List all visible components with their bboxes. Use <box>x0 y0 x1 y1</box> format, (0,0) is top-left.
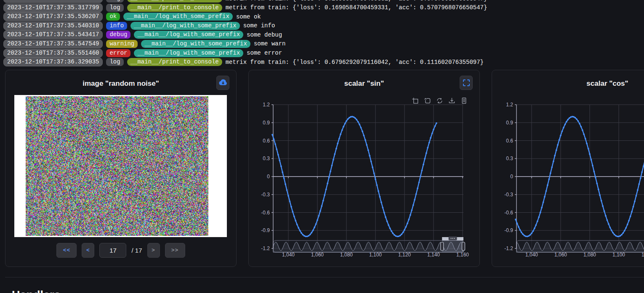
log-prefix-pill: __main__/log_with_some_prefix <box>141 40 250 48</box>
log-prefix-pill: __main__/print_to_console <box>127 4 222 12</box>
log-message: some warn <box>254 40 286 47</box>
log-prefix-pill: __main__/log_with_some_prefix <box>130 22 240 30</box>
log-timestamp: 2023-12-10T17:37:35.317799 <box>3 0 103 3</box>
svg-text:1,080: 1,080 <box>583 252 596 258</box>
log-row: 2023-12-10T17:37:35.317799log__main__/pr… <box>3 0 644 3</box>
log-message: some ok <box>236 13 261 20</box>
svg-text:1,100: 1,100 <box>612 252 625 258</box>
next-page-button[interactable]: > <box>147 243 160 258</box>
svg-text:1,120: 1,120 <box>641 252 644 258</box>
svg-text:-1.2: -1.2 <box>504 245 513 251</box>
svg-text:1,060: 1,060 <box>554 252 567 258</box>
image-card-title: image "random noise" <box>5 79 236 88</box>
svg-text:-0.6: -0.6 <box>261 210 270 216</box>
svg-text:1,140: 1,140 <box>427 252 440 258</box>
svg-text:-0.3: -0.3 <box>261 192 270 198</box>
log-level-badge: info <box>106 22 127 30</box>
sin-chart-title: scalar "sin" <box>249 79 479 88</box>
scalar-sin-card: 1.20.90.60.30-0.3-0.6-0.9-1.21,0401,0601… <box>248 70 480 267</box>
svg-text:-0.9: -0.9 <box>261 227 270 233</box>
image-pagination: << < / 17 > >> <box>5 243 236 258</box>
log-row: 2023-12-10T17:37:36.329035log__main__/pr… <box>3 58 644 66</box>
scalar-cos-card: 1.20.90.60.30-0.3-0.6-0.9-1.21,0401,0601… <box>492 70 644 267</box>
save-image-icon[interactable] <box>448 97 455 104</box>
page-total-label: / 17 <box>131 247 142 254</box>
log-row: 2023-12-10T17:37:35.317799log__main__/pr… <box>3 4 644 12</box>
svg-text:1,120: 1,120 <box>398 252 411 258</box>
svg-text:0.3: 0.3 <box>263 156 270 161</box>
log-level-badge: warning <box>106 40 138 48</box>
svg-text:1,040: 1,040 <box>525 252 538 258</box>
log-level-badge: error <box>106 49 130 57</box>
data-view-icon[interactable] <box>460 97 468 104</box>
section-divider <box>5 277 644 277</box>
log-message: metrix from train: {'loss': 0.1690584700… <box>226 4 487 11</box>
log-row: 2023-12-10T17:37:35.543417debug__main__/… <box>3 31 644 39</box>
svg-text:0.3: 0.3 <box>506 156 513 161</box>
log-console: 2023-12-10T17:37:35.317799log__main__/pr… <box>0 0 644 67</box>
log-message: metrix from train: {'loss': 0.1690584700… <box>226 0 487 2</box>
log-timestamp: 2023-12-10T17:37:35.317799 <box>3 3 103 12</box>
log-row: 2023-12-10T17:37:35.540310info__main__/l… <box>3 22 644 30</box>
cos-chart-title: scalar "cos" <box>492 79 644 88</box>
noise-image <box>26 96 208 236</box>
log-timestamp: 2023-12-10T17:37:36.329035 <box>3 58 103 66</box>
log-level-badge: log <box>106 58 123 66</box>
svg-text:0: 0 <box>510 174 513 179</box>
log-prefix-pill: __main__/log_with_some_prefix <box>134 49 243 57</box>
chart-toolbox <box>412 97 468 104</box>
svg-text:-1.2: -1.2 <box>261 245 270 251</box>
log-row: 2023-12-10T17:37:35.547549warning__main_… <box>3 40 644 48</box>
prev-page-button[interactable]: < <box>82 243 94 258</box>
svg-text:0.9: 0.9 <box>263 120 270 126</box>
svg-text:1.2: 1.2 <box>263 102 270 108</box>
svg-text:1,060: 1,060 <box>311 252 324 258</box>
log-timestamp: 2023-12-10T17:37:35.536207 <box>3 12 103 21</box>
svg-text:0: 0 <box>267 174 270 179</box>
svg-text:-0.9: -0.9 <box>504 227 513 233</box>
log-row: 2023-12-10T17:37:35.536207ok__main__/log… <box>3 13 644 21</box>
svg-text:0.6: 0.6 <box>263 138 270 144</box>
log-timestamp: 2023-12-10T17:37:35.543417 <box>3 30 103 39</box>
svg-text:-0.3: -0.3 <box>504 192 513 198</box>
log-level-badge: log <box>106 4 123 12</box>
log-row: 2023-12-10T17:37:35.551460error__main__/… <box>3 49 644 57</box>
log-prefix-pill: __main__/print_to_console <box>127 58 222 66</box>
zoom-select-icon[interactable] <box>412 97 419 104</box>
svg-text:1,040: 1,040 <box>282 252 295 258</box>
page-number-input[interactable] <box>99 243 126 258</box>
log-message: metrix from train: {'loss': 0.6796292079… <box>226 59 484 66</box>
cloud-download-icon <box>218 78 228 87</box>
download-image-button[interactable] <box>216 76 229 90</box>
log-message: some info <box>243 22 275 29</box>
restore-icon[interactable] <box>436 97 443 104</box>
log-message: some error <box>247 50 282 56</box>
log-timestamp: 2023-12-10T17:37:35.551460 <box>3 49 103 58</box>
svg-text:1.2: 1.2 <box>506 102 513 108</box>
log-prefix-pill: __main__/log_with_some_prefix <box>123 13 233 21</box>
log-level-badge: debug <box>106 31 130 39</box>
datazoom-handle[interactable] <box>441 242 444 251</box>
log-level-badge: log <box>106 0 123 3</box>
svg-text:0.9: 0.9 <box>506 120 513 126</box>
image-plate <box>14 95 227 237</box>
datazoom-handle[interactable] <box>462 242 465 251</box>
svg-text:0.6: 0.6 <box>506 138 513 144</box>
fullscreen-icon <box>462 79 471 87</box>
svg-text:1,160: 1,160 <box>456 252 469 258</box>
log-message: some debug <box>247 32 282 38</box>
log-level-badge: ok <box>106 13 120 21</box>
log-prefix-pill: __main__/log_with_some_prefix <box>134 31 243 39</box>
svg-text:1,080: 1,080 <box>340 252 353 258</box>
zoom-back-icon[interactable] <box>424 97 431 104</box>
image-card: image "random noise" << < / 17 > >> <box>5 70 237 267</box>
log-prefix-pill: __main__/print_to_console <box>127 0 222 3</box>
log-timestamp: 2023-12-10T17:37:35.547549 <box>3 40 103 48</box>
footer-heading: Handlers <box>12 289 61 293</box>
last-page-button[interactable]: >> <box>165 243 185 258</box>
svg-text:1,100: 1,100 <box>369 252 382 258</box>
first-page-button[interactable]: << <box>56 243 77 258</box>
svg-text:-0.6: -0.6 <box>504 210 513 216</box>
fullscreen-button[interactable] <box>460 76 473 90</box>
cos-chart[interactable]: 1.20.90.60.30-0.3-0.6-0.9-1.21,0401,0601… <box>492 70 644 267</box>
